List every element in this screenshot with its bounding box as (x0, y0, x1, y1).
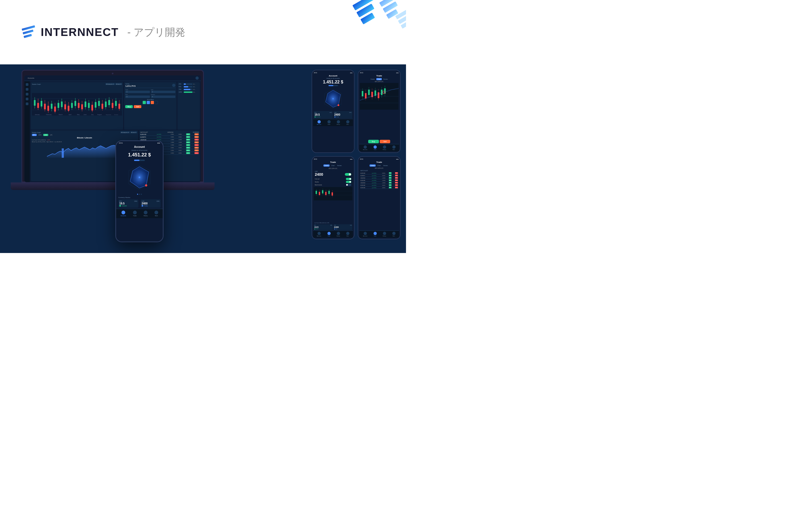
progress-label-2: 50% (179, 86, 183, 87)
coin-tab-usd[interactable]: USD (43, 134, 48, 136)
wl-price-6: 0,0001 (171, 147, 174, 148)
wl-buy-2[interactable]: BUY (186, 136, 190, 138)
br-wl-buy-2[interactable]: BUY (389, 175, 392, 176)
tab-details[interactable]: Details (370, 78, 376, 80)
br-wl-buy-1[interactable]: BUY (389, 172, 392, 174)
ps-tr-accounts[interactable]: Accounts (363, 146, 367, 150)
phone-tl-currency: BTCORG 19.5 Invested USDORG 2400 Freely (313, 110, 353, 119)
br-wl-sell-5[interactable]: SELL (395, 182, 398, 183)
wl-buy-1[interactable]: BUY (186, 133, 190, 135)
phone-bl-freely-label: Freely (335, 228, 337, 229)
sell-button[interactable]: Sell (134, 105, 141, 108)
br-wl-buy-4[interactable]: BUY (389, 179, 392, 181)
ps-br-trade[interactable]: Trade (374, 232, 377, 237)
wl-sell-4[interactable]: SELL (194, 141, 199, 143)
wl-sell-1[interactable]: SELL (194, 133, 199, 135)
ps-tr-more[interactable]: Nore (392, 146, 396, 150)
ps-tl-trade[interactable]: Trade (327, 120, 331, 125)
coin-tab-eth[interactable]: ETH (37, 134, 42, 136)
br-wl-sell-2[interactable]: SELL (395, 175, 398, 176)
price-dropdown[interactable]: ▼ (125, 95, 149, 98)
tab-chart[interactable]: Chart (376, 78, 382, 80)
wl-sell-3[interactable]: SELL (194, 139, 199, 141)
buy-sell-buttons: Buy Sell (125, 105, 175, 108)
ps-tr-buy[interactable]: Buy (368, 140, 379, 143)
nav-history[interactable]: History (143, 210, 148, 217)
br-wl-buy-6[interactable]: BUY (389, 184, 392, 186)
wl-buy-4[interactable]: BUY (186, 141, 190, 143)
wl-buy-5[interactable]: BUY (186, 144, 190, 146)
tab-review[interactable]: Review (382, 78, 389, 80)
br-wl-buy-3[interactable]: BUY (389, 177, 392, 179)
phone-bl-bank-bonds-toggle[interactable] (346, 184, 351, 186)
wl-sell-2[interactable]: SELL (194, 136, 199, 138)
tab-br-details[interactable]: Details (370, 164, 376, 167)
area-filter-all[interactable]: All categories ▼ (120, 132, 130, 133)
ps-tl-more[interactable]: Nore (346, 120, 349, 125)
wl-buy-6[interactable]: BUY (186, 147, 190, 149)
chart-filter-stats[interactable]: All stats ▼ (115, 83, 122, 85)
wl-buy-7[interactable]: BUY (186, 150, 190, 151)
trade-dropdown[interactable]: ▼ (125, 91, 149, 93)
duration-dropdown[interactable]: ▼ (151, 95, 175, 98)
ps-tl-history[interactable]: History (336, 120, 340, 125)
phone-bl-time: 18:01 (314, 158, 317, 160)
ps-tr-trade[interactable]: Trade (374, 146, 377, 150)
ps-br-more[interactable]: Nore (392, 232, 396, 237)
tab-bl-chart[interactable]: Chart (330, 164, 335, 167)
svg-rect-45 (81, 104, 83, 109)
ps-bl-trade[interactable]: Trade (327, 232, 331, 237)
tab-br-chart[interactable]: Chart (376, 164, 382, 167)
nav-trade[interactable]: Trade (133, 210, 137, 217)
color-btn-3[interactable] (151, 101, 154, 104)
wl-buy-3[interactable]: BUY (186, 139, 190, 141)
phone-center-toggle[interactable] (134, 160, 145, 161)
phone-bl-stocks-toggle[interactable] (346, 181, 351, 183)
wl-price-1b: 0,0001 (178, 134, 182, 135)
nav-more[interactable]: Nore (155, 210, 158, 217)
tab-br-review[interactable]: Review (382, 164, 389, 167)
header-section: INTERNNECT - アプリ開発 (0, 0, 406, 64)
phone-bl-usd-toggle[interactable] (345, 173, 351, 176)
br-wl-sell-3[interactable]: SELL (395, 177, 398, 179)
ps-bl-more[interactable]: Nore (346, 232, 349, 237)
coin-tab-btc[interactable]: BTC (32, 134, 37, 136)
wl-sell-7[interactable]: SELL (194, 150, 199, 151)
ps-tl-accounts[interactable]: Accounts (317, 120, 321, 125)
ps-br-accounts[interactable]: Accounts (363, 232, 367, 237)
buy-button[interactable]: Buy (125, 105, 133, 108)
color-btn-2[interactable] (147, 101, 150, 104)
coin-tab-ltc[interactable]: LTC (49, 134, 54, 136)
color-btn-1[interactable] (143, 101, 146, 104)
br-wl-sell-4[interactable]: SELL (395, 179, 398, 181)
ps-br-accounts-label: Accounts (363, 235, 367, 237)
nav-accounts[interactable]: Accounts (121, 210, 126, 217)
limit-dropdown[interactable]: ▼ (151, 91, 175, 93)
tab-bl-review[interactable]: Review (336, 164, 343, 167)
ps-bl-accounts[interactable]: Accounts (317, 232, 321, 237)
wl-sell-8[interactable]: SELL (194, 152, 199, 154)
br-wl-sell-7[interactable]: SELL (395, 187, 398, 188)
br-wl-buy-7[interactable]: BUY (389, 187, 392, 188)
progress-panel: 25% 01 ... 50% (178, 82, 200, 130)
phone-bl-full-cell-toggle[interactable] (346, 178, 351, 180)
ps-bl-history[interactable]: History (336, 232, 340, 237)
phone-tl-title: Account (313, 74, 353, 78)
wl-sell-6[interactable]: SELL (194, 147, 199, 149)
btc-invested-label: Invested (122, 205, 127, 206)
wl-sell-5[interactable]: SELL (194, 144, 199, 146)
ps-br-history[interactable]: History (383, 232, 386, 237)
br-wl-sell-1[interactable]: SELL (395, 172, 398, 174)
tab-bl-details[interactable]: Details (323, 164, 329, 167)
chart-filter-all[interactable]: All categories ▼ (105, 83, 115, 85)
area-filter-stats[interactable]: All stats ▼ (130, 132, 137, 133)
usd-value: 2400 (141, 202, 160, 205)
br-wl-buy-5[interactable]: BUY (389, 182, 392, 183)
ps-tr-history[interactable]: History (383, 146, 386, 150)
btc-org: ORG (134, 200, 137, 202)
br-wl-sell-6[interactable]: SELL (395, 184, 398, 186)
color-btn-4[interactable] (155, 101, 158, 104)
area-chart-label: Statistic Graph (32, 132, 41, 133)
ps-tr-sell[interactable]: Sell (380, 140, 390, 143)
wl-buy-8[interactable]: BUY (186, 152, 190, 154)
